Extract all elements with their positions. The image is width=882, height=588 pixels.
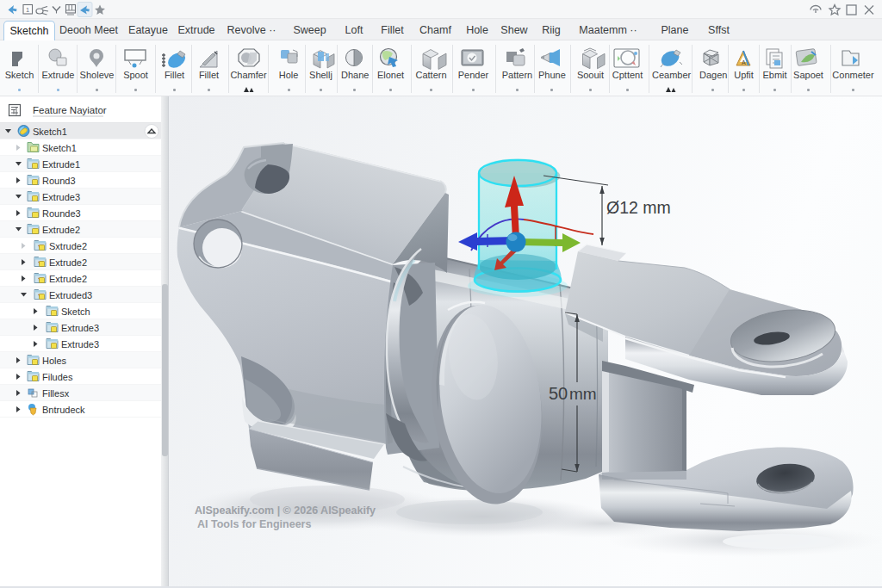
svg-text:Ø12 mm: Ø12 mm [606, 198, 671, 217]
svg-text:mm: mm [569, 385, 597, 403]
svg-text:50: 50 [549, 384, 568, 403]
